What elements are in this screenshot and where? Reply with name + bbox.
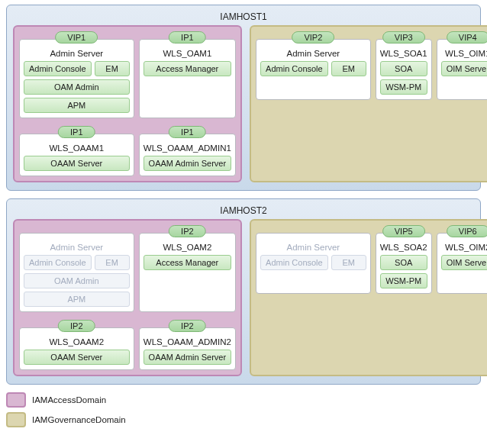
legend-item-gov: IAMGovernanceDomain	[6, 412, 481, 427]
oaam-admin-server-chip: OAAM Admin Server	[144, 350, 231, 365]
legend: IAMAccessDomain IAMGovernanceDomain	[6, 392, 481, 427]
ip-pill: IP1	[169, 31, 206, 44]
admin-server-box: VIP1 Admin Server Admin Console EM OAM A…	[19, 39, 134, 118]
server-title: Admin Server	[24, 49, 130, 58]
access-grid: VIP1 Admin Server Admin Console EM OAM A…	[19, 31, 236, 176]
admin-extra-chips: OAM Admin APM	[24, 273, 130, 307]
wls-soa-box: VIP3 WLS_SOA1 SOA WSM-PM	[376, 39, 432, 100]
wls-oim-box: VIP4 WLS_OIM1 OIM Server	[437, 39, 487, 100]
chips: OAAM Admin Server	[144, 350, 231, 365]
ip-pill: IP2	[169, 225, 206, 237]
wsm-pm-chip: WSM-PM	[380, 79, 427, 95]
host-panel-1: IAMHOST1 VIP1 Admin Server Admin Console…	[6, 5, 481, 191]
oam-admin-chip: OAM Admin	[24, 79, 130, 95]
vip-pill: VIP1	[55, 31, 98, 44]
gov-admin-server-box-inactive: x Admin Server Admin Console EM	[256, 233, 371, 294]
server-title: WLS_OAAM_ADMIN1	[144, 143, 231, 153]
gov-domain-group: VIP2 Admin Server Admin Console EM VIP3 …	[250, 25, 487, 182]
em-chip: EM	[331, 61, 366, 76]
server-title: WLS_OIM1	[441, 49, 487, 58]
host1-row: VIP1 Admin Server Admin Console EM OAM A…	[13, 25, 474, 182]
admin-extra-chips: OAM Admin APM	[24, 79, 130, 113]
ip-pill: IP1	[169, 126, 206, 138]
wls-oaam-admin-box: IP1 WLS_OAAM_ADMIN1 OAAM Admin Server	[139, 134, 236, 176]
gov-grid: x Admin Server Admin Console EM VIP5 WLS…	[256, 225, 487, 294]
chips: OAAM Server	[24, 156, 130, 171]
em-chip: EM	[95, 61, 130, 76]
apm-chip: APM	[24, 98, 130, 113]
gov-grid: VIP2 Admin Server Admin Console EM VIP3 …	[256, 31, 487, 100]
legend-label: IAMAccessDomain	[32, 395, 106, 404]
gov-admin-server-box: VIP2 Admin Server Admin Console EM	[256, 39, 371, 100]
access-manager-chip: Access Manager	[144, 61, 231, 76]
vip-pill: VIP2	[292, 31, 334, 44]
server-title: WLS_SOA1	[380, 49, 427, 58]
ip-pill: IP1	[58, 126, 95, 138]
server-title: WLS_OAAM1	[24, 143, 130, 153]
server-title: WLS_OIM2	[441, 243, 487, 252]
wls-oaam-box: IP1 WLS_OAAM1 OAAM Server	[19, 134, 134, 176]
oim-server-chip: OIM Server	[441, 61, 487, 76]
legend-swatch-access	[6, 392, 26, 408]
chips: OAAM Admin Server	[144, 156, 231, 171]
admin-console-chip: Admin Console	[24, 255, 92, 270]
chips: OAAM Server	[24, 350, 130, 365]
ip-pill: IP2	[169, 320, 206, 332]
vip-pill: VIP5	[382, 225, 425, 237]
oim-server-chip: OIM Server	[441, 255, 487, 270]
admin-console-chip: Admin Console	[260, 255, 328, 270]
admin-console-chip: Admin Console	[24, 61, 92, 76]
chips: OIM Server	[441, 255, 487, 270]
ip-pill: IP2	[58, 320, 95, 332]
soa-chip: SOA	[380, 255, 427, 270]
oaam-admin-server-chip: OAAM Admin Server	[144, 156, 231, 171]
legend-swatch-gov	[6, 412, 26, 427]
chips: OIM Server	[441, 61, 487, 76]
soa-chip: SOA	[380, 61, 427, 76]
gov-admin-row-chips: Admin Console EM	[260, 255, 366, 270]
access-manager-chip: Access Manager	[144, 255, 231, 270]
wls-oaam-admin-box: IP2 WLS_OAAM_ADMIN2 OAAM Admin Server	[139, 327, 236, 370]
gov-admin-row-chips: Admin Console EM	[260, 61, 366, 76]
vip-pill: VIP3	[382, 31, 425, 44]
wls-oam-box: IP1 WLS_OAM1 Access Manager	[139, 39, 236, 118]
wsm-pm-chip: WSM-PM	[380, 273, 427, 288]
admin-row-chips: Admin Console EM	[24, 61, 130, 76]
server-title: WLS_OAAM_ADMIN2	[144, 337, 231, 346]
server-title: WLS_SOA2	[380, 243, 427, 252]
chips: Access Manager	[144, 255, 231, 270]
server-title: WLS_OAM1	[144, 49, 231, 58]
vip-pill: VIP6	[447, 225, 487, 237]
server-title: Admin Server	[24, 243, 130, 252]
host2-row: x Admin Server Admin Console EM OAM Admi…	[13, 219, 474, 376]
chips: Access Manager	[144, 61, 231, 76]
legend-item-access: IAMAccessDomain	[6, 392, 481, 408]
chips: SOA WSM-PM	[380, 255, 427, 288]
wls-oam-box: IP2 WLS_OAM2 Access Manager	[139, 233, 236, 312]
admin-console-chip: Admin Console	[260, 61, 328, 76]
chips: SOA WSM-PM	[380, 61, 427, 95]
wls-oim-box: VIP6 WLS_OIM2 OIM Server	[437, 233, 487, 294]
server-title: WLS_OAM2	[144, 243, 231, 252]
em-chip: EM	[95, 255, 130, 270]
admin-server-box-inactive: x Admin Server Admin Console EM OAM Admi…	[19, 233, 134, 312]
access-grid: x Admin Server Admin Console EM OAM Admi…	[19, 225, 236, 370]
oaam-server-chip: OAAM Server	[24, 156, 130, 171]
wls-oaam-box: IP2 WLS_OAAM2 OAAM Server	[19, 327, 134, 370]
access-domain-group: x Admin Server Admin Console EM OAM Admi…	[13, 219, 242, 376]
server-title: Admin Server	[260, 49, 366, 58]
server-title: Admin Server	[260, 243, 366, 252]
server-title: WLS_OAAM2	[24, 337, 130, 346]
host-panel-2: IAMHOST2 x Admin Server Admin Console EM…	[6, 198, 481, 385]
host-title: IAMHOST1	[13, 11, 474, 22]
host-title: IAMHOST2	[13, 205, 474, 216]
legend-label: IAMGovernanceDomain	[32, 415, 126, 424]
oaam-server-chip: OAAM Server	[24, 350, 130, 365]
wls-soa-box: VIP5 WLS_SOA2 SOA WSM-PM	[376, 233, 432, 294]
access-domain-group: VIP1 Admin Server Admin Console EM OAM A…	[13, 25, 242, 182]
em-chip: EM	[331, 255, 366, 270]
admin-row-chips: Admin Console EM	[24, 255, 130, 270]
oam-admin-chip: OAM Admin	[24, 273, 130, 288]
gov-domain-group: x Admin Server Admin Console EM VIP5 WLS…	[250, 219, 487, 376]
vip-pill: VIP4	[447, 31, 487, 44]
